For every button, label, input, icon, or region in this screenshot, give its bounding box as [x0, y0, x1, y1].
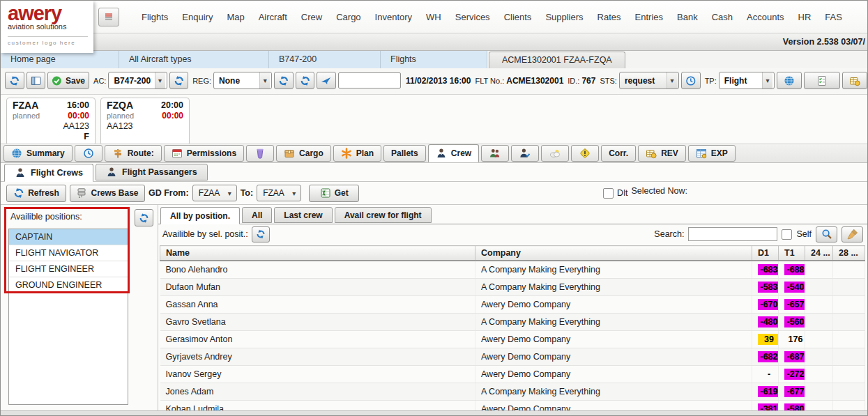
tab-flight-passangers[interactable]: Flight Passangers	[96, 164, 208, 180]
tab-exp[interactable]: EXP	[688, 145, 736, 162]
menu-item-cash[interactable]: Cash	[705, 12, 740, 22]
menu-item-services[interactable]: Services	[448, 12, 497, 22]
position-item-flight-engineer[interactable]: FLIGHT ENGINEER	[9, 261, 128, 277]
col-t1[interactable]: T1	[779, 246, 805, 261]
dlt-checkbox[interactable]	[603, 188, 614, 199]
page-tab-active-flight[interactable]: ACME1302001 FZAA-FZQA	[489, 52, 625, 68]
tab-permissions[interactable]: Permissions	[164, 145, 244, 162]
menu-item-enquiry[interactable]: Enquiry	[175, 12, 220, 22]
tab-cargo[interactable]: Cargo	[276, 145, 331, 162]
tab-passengers[interactable]	[481, 145, 509, 162]
page-tab-home[interactable]: Home page	[1, 51, 119, 68]
col-24h[interactable]: 24 ...	[805, 246, 833, 261]
leg-card-departure[interactable]: FZAA 16:00 planned 00:00 AA123 F	[6, 98, 96, 146]
page-tab-flights[interactable]: Flights	[381, 51, 487, 68]
tab-last-crew[interactable]: Last crew	[274, 207, 332, 223]
menu-item-cargo[interactable]: Cargo	[329, 12, 367, 22]
map-button[interactable]	[777, 72, 802, 89]
reg-refresh-button[interactable]	[274, 72, 294, 89]
tab-rev[interactable]: REV	[638, 145, 686, 162]
menu-item-clients[interactable]: Clients	[497, 12, 539, 22]
menu-item-aircraft[interactable]: Aircraft	[252, 12, 294, 22]
tab-plan[interactable]: Plan	[333, 145, 381, 162]
flight-search-input[interactable]	[338, 72, 401, 88]
leg-card-arrival[interactable]: FZQA 20:00 planned 00:00 AA123	[100, 98, 190, 146]
tab-crew-check[interactable]	[511, 145, 539, 162]
refresh-button[interactable]	[5, 72, 24, 89]
menu-item-flights[interactable]: Flights	[135, 12, 175, 22]
col-company[interactable]: Company	[475, 246, 752, 261]
tab-all[interactable]: All	[242, 207, 272, 223]
checklist-button[interactable]	[804, 72, 840, 89]
page-tab-b747[interactable]: B747-200	[269, 51, 381, 68]
tab-alerts[interactable]	[571, 145, 599, 162]
tab-flight-crews[interactable]: Flight Crews	[4, 164, 93, 182]
crews-base-button[interactable]: Crews Base	[70, 185, 145, 202]
menu-item-accounts[interactable]: Accounts	[740, 12, 791, 22]
main-menu-button[interactable]	[98, 8, 119, 26]
menu-item-inventory[interactable]: Inventory	[368, 12, 419, 22]
refresh-icon	[300, 75, 311, 86]
ac-refresh-button[interactable]	[169, 72, 189, 89]
status-time-button[interactable]	[681, 72, 701, 89]
get-button[interactable]: Get	[309, 185, 359, 202]
bottom-scroll-strip[interactable]	[1, 410, 867, 415]
table-row[interactable]: Dufaon Mufan A Company Making Everything…	[160, 279, 865, 296]
table-row[interactable]: Jones Adam A Company Making Everything -…	[160, 383, 865, 401]
page-tab-aircraft-types[interactable]: All Aircraft types	[119, 51, 269, 68]
save-button[interactable]: Save	[47, 72, 89, 89]
tab-summary[interactable]: Summary	[3, 145, 73, 162]
position-item-captain[interactable]: CAPTAIN	[9, 229, 128, 245]
table-row[interactable]: Gerasimov Anton Awery Demo Company 39 17…	[160, 331, 865, 348]
tab-weather[interactable]	[541, 145, 569, 162]
aircraft-select[interactable]: B747-200 ▾	[108, 72, 167, 89]
gd-from-select[interactable]: FZAA ▾	[192, 185, 237, 201]
finance-button[interactable]	[842, 72, 867, 89]
tab-all-by-position[interactable]: All by position.	[160, 207, 240, 224]
search-input[interactable]	[688, 227, 777, 241]
menu-item-hr[interactable]: HR	[791, 12, 818, 22]
table-row[interactable]: Bono Alehandro A Company Making Everythi…	[160, 261, 865, 279]
search-button[interactable]	[816, 226, 837, 242]
registration-select[interactable]: None ▾	[213, 72, 272, 89]
menu-item-fas[interactable]: FAS	[818, 12, 849, 22]
clear-filter-button[interactable]	[842, 226, 863, 242]
assign-aircraft-button[interactable]	[317, 72, 336, 89]
tab-times[interactable]	[75, 145, 102, 162]
table-row[interactable]: Ivanov Sergey Awery Demo Company - -272	[160, 366, 865, 383]
tab-services[interactable]	[246, 145, 274, 162]
menu-item-crew[interactable]: Crew	[294, 12, 329, 22]
avail-by-position-label: Availible by sel. posit.:	[162, 229, 248, 239]
position-item-ground-engineer[interactable]: GROUND ENGINEER	[9, 277, 128, 293]
positions-refresh-button[interactable]	[135, 209, 153, 226]
gd-to-select[interactable]: FZAA ▾	[257, 185, 301, 201]
menu-item-rates[interactable]: Rates	[591, 12, 628, 22]
menu-item-map[interactable]: Map	[220, 12, 251, 22]
avail-refresh-button[interactable]	[252, 226, 270, 242]
col-d1[interactable]: D1	[752, 246, 779, 261]
col-28d[interactable]: 28 ...	[833, 246, 865, 261]
menu-item-entries[interactable]: Entries	[628, 12, 670, 22]
table-row[interactable]: Gassan Anna Awery Demo Company -670 -657	[160, 296, 865, 314]
position-item-flight-navigator[interactable]: FLIGHT NAVIGATOR	[9, 245, 128, 261]
tab-crew[interactable]: Crew	[428, 144, 479, 162]
tab-avail-crew-for-flight[interactable]: Avail crew for flight	[335, 207, 432, 223]
tab-pallets[interactable]: Pallets	[383, 145, 426, 162]
cell-d1-badge: -583	[758, 282, 779, 293]
tab-route[interactable]: Route:	[105, 145, 162, 162]
table-row[interactable]: Gyrjavets Andrey Awery Demo Company -682…	[160, 348, 865, 366]
people-icon	[489, 148, 501, 159]
menu-item-bank[interactable]: Bank	[670, 12, 705, 22]
gd-from-label: GD From:	[149, 188, 189, 198]
self-checkbox[interactable]	[782, 229, 792, 240]
tab-corr[interactable]: Corr.	[601, 145, 636, 162]
col-name[interactable]: Name	[160, 246, 475, 261]
toggle-panel-button[interactable]	[26, 72, 46, 89]
table-row[interactable]: Gavro Svetlana A Company Making Everythi…	[160, 314, 865, 331]
type-select[interactable]: Flight ▾	[719, 72, 775, 89]
menu-item-suppliers[interactable]: Suppliers	[538, 12, 590, 22]
menu-item-wh[interactable]: WH	[419, 12, 448, 22]
status-select[interactable]: request ▾	[619, 72, 679, 89]
crew-refresh-button[interactable]: Refresh	[6, 185, 66, 202]
sync-button[interactable]	[296, 72, 315, 89]
